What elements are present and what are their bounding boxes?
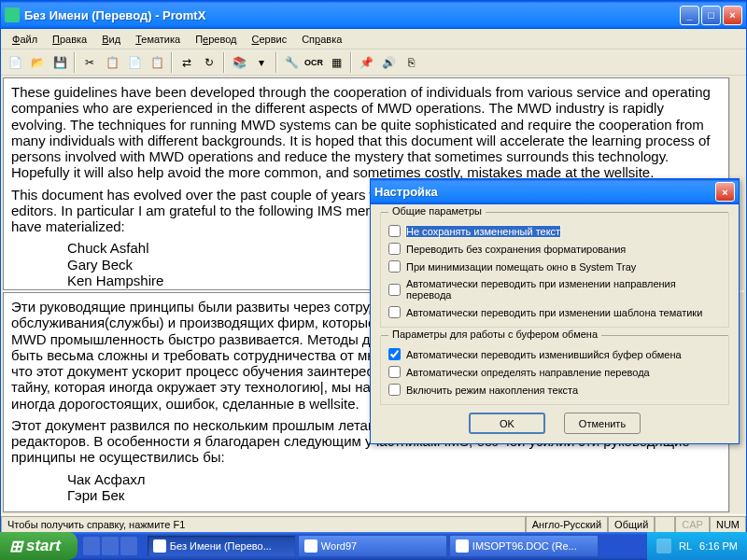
general-group: Общие параметры Не сохранять измененный … [380,212,729,328]
checkbox-label: Автоматически переводить при изменении н… [406,278,721,301]
checkbox-option[interactable]: Автоматически переводить при изменении ш… [388,303,721,321]
taskbar-task[interactable]: Без Имени (Перево... [147,535,296,557]
cut-icon[interactable]: ✂ [79,52,100,73]
checkbox-label: Включить режим накопления текста [406,385,578,396]
translation-name: Чак Асфахл [67,471,721,487]
checkbox-label: Автоматически переводить при изменении ш… [406,307,702,318]
cancel-button[interactable]: Отменить [564,413,641,434]
checkbox[interactable] [388,243,401,255]
menu-edit[interactable]: Правка [45,32,94,47]
task-icon [153,539,166,553]
main-titlebar: Без Имени (Перевод) - PromtX _ □ × [1,1,746,29]
menu-translate[interactable]: Перевод [188,32,244,47]
quicklaunch-icon[interactable] [83,537,100,555]
open-icon[interactable]: 📂 [27,52,48,73]
menu-theme[interactable]: Тематика [128,32,188,47]
dialog-title: Настройка [374,185,715,199]
quicklaunch-icon[interactable] [120,537,137,555]
start-icon: ⊞ [9,537,22,556]
system-tray: RL 6:16 PM [647,532,747,560]
books-icon[interactable]: 📚 [229,52,249,73]
window-icon[interactable]: ▦ [326,52,346,73]
status-help: Чтобы получить справку, нажмите F1 [1,516,526,533]
dialog-close-button[interactable]: × [715,182,735,202]
minimize-button[interactable]: _ [680,6,699,25]
status-template[interactable]: Общий [608,516,655,533]
taskbar-task[interactable]: IMSOPT96.DOC (Re... [449,535,599,557]
quicklaunch-icon[interactable] [102,537,119,555]
task-label: Без Имени (Перево... [170,540,272,552]
refresh-icon[interactable]: ↻ [199,52,219,73]
checkbox[interactable] [388,366,401,378]
ok-button[interactable]: OK [469,413,545,434]
exit-icon[interactable]: ⎘ [401,52,421,73]
start-button[interactable]: ⊞ start [0,532,78,560]
tray-clock[interactable]: 6:16 PM [699,540,738,552]
menu-help[interactable]: Справка [294,32,349,47]
clipboard-group: Параметры для работы с буфером обмена Ав… [380,335,729,405]
close-button[interactable]: × [723,6,742,25]
tray-lang[interactable]: RL [679,540,692,552]
source-paragraph: These guidelines have been developed thr… [11,84,721,181]
new-icon[interactable]: 📄 [5,52,25,73]
copy-icon[interactable]: 📋 [102,52,122,73]
checkbox[interactable] [388,384,401,396]
checkbox-option[interactable]: При минимизации помещать окно в System T… [388,258,721,275]
checkbox-label: Не сохранять измененный текст [406,226,560,237]
menu-view[interactable]: Вид [94,32,128,47]
statusbar: Чтобы получить справку, нажмите F1 Англо… [1,514,746,533]
clipboard-legend: Параметры для работы с буфером обмена [388,329,601,340]
toolbar: 📄 📂 💾 ✂ 📋 📄 📋 ⇄ ↻ 📚 ▾ 🔧 OCR ▦ 📌 🔊 ⎘ [1,49,746,76]
status-num: NUM [710,516,746,533]
checkbox-option[interactable]: Автоматически определять направление пер… [388,363,721,381]
tray-icon[interactable] [656,539,671,553]
checkbox-label: При минимизации помещать окно в System T… [406,261,636,273]
checkbox-label: Автоматически определять направление пер… [406,367,650,378]
task-label: Word97 [321,540,357,552]
pin-icon[interactable]: 📌 [356,52,376,73]
wrench-icon[interactable]: 🔧 [281,52,302,73]
taskbar: ⊞ start Без Имени (Перево...Word97IMSOPT… [0,532,747,560]
paste2-icon[interactable]: 📋 [147,52,167,73]
checkbox-option[interactable]: Автоматически переводить при изменении н… [388,275,721,303]
taskbar-task[interactable]: Word97 [298,535,447,557]
checkbox-label: Переводить без сохранения форматирования [406,244,626,255]
task-icon [456,539,469,553]
status-cap: CAP [675,516,710,533]
checkbox[interactable] [388,348,401,360]
dropdown-icon[interactable]: ▾ [251,52,272,73]
ocr-icon[interactable]: OCR [303,52,324,73]
paste-icon[interactable]: 📄 [124,52,145,73]
task-icon [304,539,317,553]
menu-file[interactable]: Файл [5,32,45,47]
maximize-button[interactable]: □ [701,6,721,25]
translate-icon[interactable]: ⇄ [176,52,197,73]
menu-service[interactable]: Сервис [244,32,294,47]
sound-icon[interactable]: 🔊 [378,52,399,73]
checkbox[interactable] [388,306,401,318]
save-icon[interactable]: 💾 [49,52,70,73]
settings-dialog: Настройка × Общие параметры Не сохранять… [370,178,740,444]
checkbox-option[interactable]: Переводить без сохранения форматирования [388,240,721,258]
checkbox-option[interactable]: Не сохранять измененный текст [388,222,721,240]
checkbox[interactable] [388,260,401,273]
menubar: Файл Правка Вид Тематика Перевод Сервис … [1,29,746,49]
translation-name: Гэри Бек [67,487,721,503]
general-legend: Общие параметры [388,205,486,217]
checkbox-option[interactable]: Автоматически переводить изменившийся бу… [388,345,721,363]
app-icon [5,7,20,22]
checkbox-label: Автоматически переводить изменившийся бу… [406,349,682,360]
status-blank [655,516,675,533]
window-title: Без Имени (Перевод) - PromtX [24,8,680,22]
checkbox[interactable] [388,225,401,237]
status-lang[interactable]: Англо-Русский [526,516,608,533]
task-label: IMSOPT96.DOC (Re... [472,540,577,552]
checkbox-option[interactable]: Включить режим накопления текста [388,381,721,399]
checkbox[interactable] [388,284,401,296]
